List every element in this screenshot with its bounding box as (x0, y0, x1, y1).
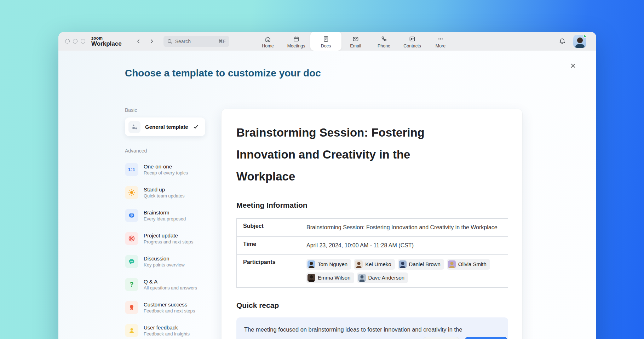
template-subtitle: Every idea proposed (144, 216, 186, 222)
sidebar-item-user-feedback[interactable]: User feedbackFeedback and insights (125, 322, 205, 339)
logo-workplace-text: Workplace (91, 41, 122, 47)
template-sidebar: Basic General template Advanced 1:1 One-… (125, 107, 205, 339)
sidebar-item-general-template[interactable]: General template (125, 117, 205, 136)
top-bar: zoom Workplace Search ⌘F Home Meetings D… (58, 32, 596, 51)
target-icon (125, 232, 138, 245)
one-on-one-icon: 1:1 (125, 163, 138, 176)
template-subtitle: Feedback and next steps (144, 308, 195, 314)
search-shortcut: ⌘F (218, 39, 226, 44)
template-subtitle: Quick team updates (144, 193, 185, 199)
forward-arrow-icon[interactable] (149, 39, 154, 44)
basic-section-label: Basic (125, 107, 205, 113)
doc-icon (322, 35, 329, 42)
avatar (448, 260, 456, 268)
template-subtitle: Progress and next steps (144, 239, 193, 245)
participant-pill: Dave Anderson (357, 272, 408, 283)
participant-pill: Olivia Smith (447, 259, 490, 270)
calendar-icon (293, 35, 300, 42)
notifications-bell-icon[interactable] (558, 38, 566, 45)
subject-value: Brainstorming Session: Fostering Innovat… (300, 219, 508, 237)
template-title: Q & A (144, 278, 197, 285)
sidebar-item-discussion[interactable]: DiscussionKey points overview (125, 253, 205, 270)
template-subtitle: Feedback and insights (144, 331, 190, 337)
tab-email-label: Email (350, 44, 361, 48)
question-mark-icon: ? (125, 278, 138, 291)
template-title: Brainstorm (144, 209, 186, 216)
template-subtitle: Recap of every topics (144, 170, 188, 176)
tab-meetings-label: Meetings (287, 44, 305, 48)
cancel-button[interactable] (423, 337, 459, 339)
advanced-section-label: Advanced (125, 148, 205, 154)
tab-contacts[interactable]: Contacts (398, 32, 426, 51)
avatar (307, 274, 315, 282)
tab-email[interactable]: Email (341, 32, 370, 51)
online-status-dot (583, 35, 586, 38)
tab-docs[interactable]: Docs (310, 32, 341, 51)
search-input[interactable]: Search ⌘F (163, 36, 229, 47)
table-row: Subject Brainstorming Session: Fostering… (237, 219, 508, 237)
window-minimize-button[interactable] (73, 39, 77, 44)
template-title: Customer success (144, 301, 195, 308)
search-placeholder: Search (175, 39, 218, 44)
participant-pill: Kei Umeko (354, 259, 395, 270)
more-icon (437, 35, 444, 42)
app-window: zoom Workplace Search ⌘F Home Meetings D… (58, 32, 596, 339)
home-icon (264, 35, 271, 42)
close-icon (570, 63, 576, 69)
template-title: Stand up (144, 186, 185, 193)
window-zoom-button[interactable] (81, 39, 85, 44)
logo-zoom-text: zoom (91, 36, 122, 40)
time-label: Time (237, 237, 300, 255)
template-title: One-on-one (144, 163, 188, 170)
sidebar-item-q-and-a[interactable]: ? Q & AAll questions and answers (125, 276, 205, 293)
quick-recap-box: The meeting focused on brainstorming ide… (236, 317, 508, 339)
participants-label: Participants (237, 255, 300, 288)
person-icon (125, 324, 138, 337)
template-subtitle: Key points overview (144, 262, 185, 268)
main-nav-tabs: Home Meetings Docs Email Phone Contacts (254, 32, 455, 51)
sidebar-item-project-update[interactable]: Project updateProgress and next steps (125, 230, 205, 247)
tab-phone[interactable]: Phone (370, 32, 398, 51)
avatar (355, 260, 363, 268)
tab-more[interactable]: More (426, 32, 455, 51)
search-icon (167, 39, 173, 44)
quick-recap-text: The meeting focused on brainstorming ide… (244, 326, 462, 333)
user-avatar[interactable] (573, 35, 586, 48)
template-title: Project update (144, 232, 193, 239)
tab-more-label: More (436, 44, 445, 48)
meeting-info-table: Subject Brainstorming Session: Fostering… (236, 218, 508, 288)
template-title: User feedback (144, 324, 190, 331)
participant-pill: Emma Wilson (306, 272, 354, 283)
brain-icon (125, 209, 138, 222)
doc-preview-card: Brainstorming Session: Fostering Innovat… (221, 109, 523, 339)
tab-docs-label: Docs (321, 44, 331, 48)
participant-pill: Tom Nguyen (306, 259, 351, 270)
tab-phone-label: Phone (378, 44, 390, 48)
time-value: April 23, 2024, 10:00 AM - 11:28 AM (CST… (300, 237, 508, 255)
sidebar-item-one-on-one[interactable]: 1:1 One-on-oneRecap of every topics (125, 161, 205, 178)
tab-meetings[interactable]: Meetings (282, 32, 310, 51)
template-picker-modal: Choose a template to customize your doc … (58, 51, 596, 339)
quick-recap-heading: Quick recap (236, 301, 507, 310)
avatar (307, 260, 315, 268)
sidebar-item-stand-up[interactable]: Stand upQuick team updates (125, 184, 205, 201)
window-controls (65, 39, 85, 44)
avatar (358, 274, 366, 282)
back-arrow-icon[interactable] (136, 39, 141, 44)
sidebar-item-customer-success[interactable]: Customer successFeedback and next steps (125, 299, 205, 316)
tab-home[interactable]: Home (254, 32, 282, 51)
table-row: Participants Tom Nguyen Kei Umeko Daniel… (237, 255, 508, 288)
chat-bubble-icon (125, 255, 138, 268)
check-icon (193, 124, 199, 130)
use-template-button[interactable] (465, 337, 507, 339)
sidebar-item-brainstorm[interactable]: BrainstormEvery idea proposed (125, 207, 205, 224)
meeting-information-heading: Meeting Information (236, 201, 507, 209)
template-subtitle: All questions and answers (144, 285, 197, 291)
email-icon (352, 35, 359, 42)
participant-pill: Daniel Brown (398, 259, 444, 270)
window-close-button[interactable] (65, 39, 70, 44)
medal-icon (125, 301, 138, 314)
general-template-label: General template (145, 124, 188, 130)
close-modal-button[interactable] (568, 61, 578, 70)
shapes-icon (128, 121, 140, 133)
